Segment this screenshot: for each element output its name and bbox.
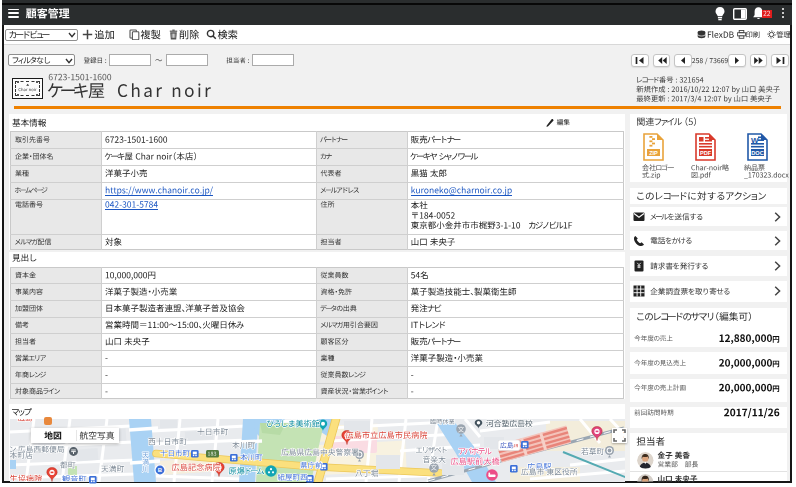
- svg-text:PDF: PDF: [699, 150, 711, 156]
- svg-text:DOC: DOC: [751, 150, 763, 156]
- svg-text:B: B: [157, 467, 162, 473]
- svg-text:ZIP: ZIP: [649, 150, 658, 156]
